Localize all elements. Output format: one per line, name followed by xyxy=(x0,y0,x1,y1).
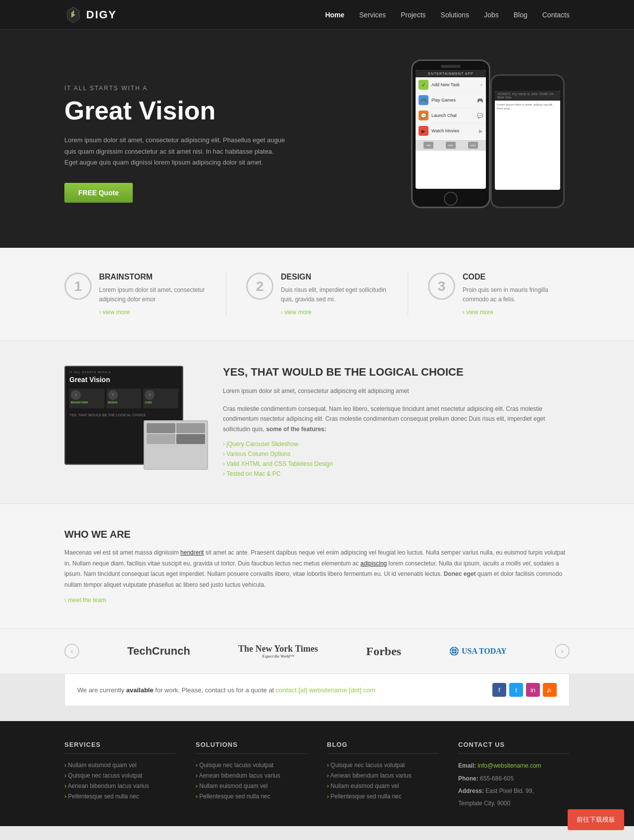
nyt-subtitle: Expect the World™ xyxy=(238,654,318,659)
footer-services-title: SERVICES xyxy=(64,741,176,754)
feature-number-1: 1 xyxy=(64,273,92,300)
list-item: Aenean bibendum lacus varius xyxy=(64,782,176,789)
usatoday-logo: USA TODAY xyxy=(449,646,507,656)
nyt-logo: The New York Times Expect the World™ xyxy=(238,644,318,659)
app-item-label: Launch Chat xyxy=(431,113,474,118)
available-text: We are currently available for work. Ple… xyxy=(77,686,375,694)
footer-services-list: Nullam euismod quam vel Quisque nec lacu… xyxy=(64,761,176,800)
app-item: ✓ Add New Task + xyxy=(416,77,486,93)
feature-content-3: CODE Proin quis sem in mauris fringilla … xyxy=(463,273,570,316)
footer-contact-title: CONTACT US xyxy=(458,741,570,754)
nav-blog[interactable]: Blog xyxy=(514,1,528,29)
lc-image: IT ALL STARTS WITH A Great Vision 1 BRAI… xyxy=(64,366,203,465)
header: DIGY Home Services Projects Solutions Jo… xyxy=(0,0,634,30)
logos-prev-button[interactable]: ‹ xyxy=(64,644,79,659)
feature-content-2: DESIGN Duis risus elit, imperdiet eget s… xyxy=(281,273,388,316)
list-item: Nullam euismod quam vel xyxy=(327,782,438,789)
logos-next-button[interactable]: › xyxy=(555,644,570,659)
list-item: Aenean bibendum lacus varius xyxy=(327,772,438,779)
techcrunch-logo: TechCrunch xyxy=(127,645,190,658)
footer-services: SERVICES Nullam euismod quam vel Quisque… xyxy=(64,741,176,811)
footer-solutions: SOLUTIONS Quisque nec lacuss volutpat Ae… xyxy=(196,741,307,811)
hero-eyebrow: IT ALL STARTS WITH A xyxy=(64,85,287,92)
wwa-text: Maecenas vel est sit amet massa dignissi… xyxy=(64,548,570,590)
app-icon-task: ✓ xyxy=(419,80,428,90)
nav-services[interactable]: Services xyxy=(359,1,386,29)
app-icon-movies: ▶ xyxy=(419,126,428,136)
footer-email: Email: info@websitename.com xyxy=(458,761,570,771)
feature-link-3[interactable]: view more xyxy=(463,309,493,316)
list-item: Pellentesque sed nulla nec xyxy=(327,792,438,800)
feature-design: 2 DESIGN Duis risus elit, imperdiet eget… xyxy=(246,273,388,316)
app-item: 💬 Launch Chat 💬 xyxy=(416,108,486,123)
lc-features-list: jQuery Carousel Slideshow Various Column… xyxy=(223,439,570,479)
list-item: Quisque nec lacuss volutpat xyxy=(196,761,307,769)
feature-content-1: BRAINSTORM Lorem ipsum dolor sit amet, c… xyxy=(99,273,206,316)
rss-symbol xyxy=(547,687,553,693)
download-button[interactable]: 前往下载模板 xyxy=(568,809,624,826)
nav-home[interactable]: Home xyxy=(325,1,344,29)
lc-title: YES, THAT WOULD BE THE LOGICAL CHOICE xyxy=(223,366,570,379)
svg-point-5 xyxy=(547,691,549,693)
app-item: 🎮 Play Games 🎮 xyxy=(416,93,486,108)
app-icon-games: 🎮 xyxy=(419,95,428,105)
social-icons: f t in xyxy=(492,683,557,697)
feature-desc-3: Proin quis sem in mauris fringilla commo… xyxy=(463,285,570,304)
footer: SERVICES Nullam euismod quam vel Quisque… xyxy=(0,721,634,826)
meet-team-link[interactable]: meet the team xyxy=(64,597,106,604)
nav-solutions[interactable]: Solutions xyxy=(441,1,470,29)
app-item-label: Play Games xyxy=(431,98,474,103)
nav-jobs[interactable]: Jobs xyxy=(484,1,499,29)
list-item: Nullam euismod quam vel xyxy=(196,782,307,789)
twitter-icon[interactable]: t xyxy=(509,683,523,697)
footer-blog-title: BLOG xyxy=(327,741,438,754)
footer-email-link[interactable]: info@websitename.com xyxy=(477,762,541,769)
available-email[interactable]: contact [at] websitename [dot] com xyxy=(276,686,375,694)
footer-city: Template City, 9000 xyxy=(458,799,570,808)
feature-code: 3 CODE Proin quis sem in mauris fringill… xyxy=(428,273,570,316)
hero-description: Lorem ipsum dolor sit amet, consectetur … xyxy=(64,135,287,168)
lc-features-intro: some of the features: xyxy=(266,426,326,433)
logo-text: DIGY xyxy=(86,8,117,21)
facebook-icon[interactable]: f xyxy=(492,683,506,697)
feature-link-2[interactable]: view more xyxy=(281,309,312,316)
logical-choice-section: IT ALL STARTS WITH A Great Vision 1 BRAI… xyxy=(0,341,634,504)
app-header: ENTERTAINMENT APP xyxy=(416,70,486,77)
logo-icon xyxy=(64,6,82,24)
lc-content: YES, THAT WOULD BE THE LOGICAL CHOICE Lo… xyxy=(223,366,570,479)
footer-solutions-list: Quisque nec lacuss volutpat Aenean biben… xyxy=(196,761,307,800)
logo-area[interactable]: DIGY xyxy=(64,6,117,24)
list-item: Aenean bibendum lacus varius xyxy=(196,772,307,779)
rss-icon[interactable] xyxy=(543,683,557,697)
footer-blog: BLOG Quisque nec lacuss volutpat Aenean … xyxy=(327,741,438,811)
list-item: Quisque nec lacuss volutpat xyxy=(64,772,176,779)
app-item-label: Watch Movies xyxy=(431,128,476,133)
nav-contacts[interactable]: Contacts xyxy=(542,1,570,29)
nav-projects[interactable]: Projects xyxy=(401,1,426,29)
feature-link-1[interactable]: view more xyxy=(99,309,130,316)
cta-button[interactable]: FREE Quote xyxy=(64,183,133,203)
app-item: ▶ Watch Movies ▶ xyxy=(416,123,486,139)
footer-contact: CONTACT US Email: info@websitename.com P… xyxy=(458,741,570,811)
footer-address: Address: East Pixel Bld. 99, xyxy=(458,786,570,796)
footer-phone: Phone: 655-686-605 xyxy=(458,774,570,784)
adipiscing-link[interactable]: adipiscing xyxy=(361,560,387,567)
lc-desc1: Lorem ipsum dolor sit amet, consectetur … xyxy=(223,386,570,396)
hero-image: HOWDY, my name is John Smith I'm Web Dev… xyxy=(287,59,570,228)
feature-divider-2 xyxy=(408,273,408,316)
screenshot-mini xyxy=(144,420,208,470)
hendrerit-link[interactable]: hendrerit xyxy=(180,549,204,556)
hero-title: Great Vision xyxy=(64,97,287,125)
hero-section: IT ALL STARTS WITH A Great Vision Lorem … xyxy=(0,30,634,248)
feature-divider-1 xyxy=(226,273,226,316)
feature-brainstorm: 1 BRAINSTORM Lorem ipsum dolor sit amet,… xyxy=(64,273,206,316)
feature-desc-2: Duis risus elit, imperdiet eget sollicit… xyxy=(281,285,388,304)
feature-number-3: 3 xyxy=(428,273,455,300)
list-item: Pellentesque sed nulla nec xyxy=(64,792,176,800)
footer-blog-list: Quisque nec lacuss volutpat Aenean biben… xyxy=(327,761,438,800)
instagram-icon[interactable]: in xyxy=(526,683,540,697)
logos-bar: ‹ TechCrunch The New York Times Expect t… xyxy=(0,628,634,673)
lc-feature-1: jQuery Carousel Slideshow xyxy=(223,439,570,449)
feature-desc-1: Lorem ipsum dolor sit amet, consectetur … xyxy=(99,285,206,304)
hero-content: IT ALL STARTS WITH A Great Vision Lorem … xyxy=(64,85,287,202)
